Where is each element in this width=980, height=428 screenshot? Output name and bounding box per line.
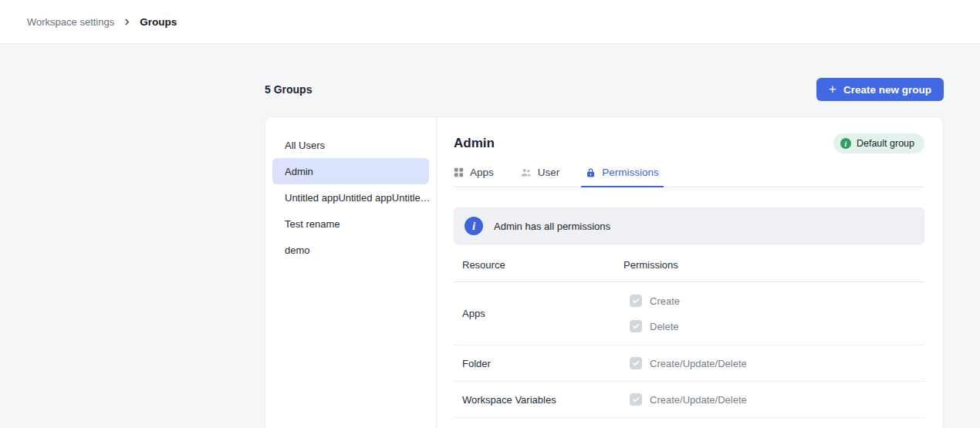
group-item-demo[interactable]: demo [272, 237, 429, 263]
table-row-folder: Folder Create/Update/Delete [454, 345, 924, 382]
group-detail-tabs: Apps User Permissions [454, 167, 924, 187]
top-header-bar: Workspace settings Groups [0, 0, 980, 44]
resource-name: Folder [462, 358, 623, 369]
table-row-workspace-variables: Workspace Variables Create/Update/Delete [454, 382, 924, 418]
apps-grid-icon [454, 167, 464, 177]
groups-sidebar-list: All Users Admin Untitled appUntitled app… [265, 117, 437, 428]
tab-permissions-label: Permissions [602, 167, 659, 178]
plus-icon: + [829, 83, 836, 96]
permissions-column-header: Permissions [623, 259, 924, 271]
permissions-table-header: Resource Permissions [454, 244, 924, 282]
checkbox-checked-disabled-icon[interactable] [630, 320, 642, 332]
group-item-test-rename[interactable]: Test rename [272, 211, 429, 237]
tab-user[interactable]: User [520, 167, 560, 187]
groups-card: All Users Admin Untitled appUntitled app… [265, 116, 944, 428]
info-icon: i [465, 217, 483, 235]
resource-column-header: Resource [462, 259, 623, 271]
breadcrumb-workspace-settings[interactable]: Workspace settings [27, 16, 114, 28]
group-item-untitled-app[interactable]: Untitled appUntitled appUntitle… [272, 184, 429, 211]
groups-page: 5 Groups + Create new group All Users Ad… [265, 78, 944, 428]
checkbox-checked-disabled-icon[interactable] [630, 357, 642, 369]
tab-apps-label: Apps [470, 167, 494, 178]
permissions-table: Resource Permissions Apps Create [454, 244, 924, 418]
default-group-badge: i Default group [833, 133, 924, 153]
group-item-admin[interactable]: Admin [272, 158, 429, 184]
permission-workspace-variables-cud-label: Create/Update/Delete [650, 394, 747, 406]
group-title: Admin [454, 136, 495, 151]
resource-name: Apps [462, 308, 623, 319]
checkbox-checked-disabled-icon[interactable] [630, 295, 642, 307]
permission-create: Create [630, 295, 924, 307]
group-item-all-users[interactable]: All Users [272, 132, 429, 158]
permission-delete-label: Delete [650, 321, 679, 332]
tab-permissions[interactable]: Permissions [586, 167, 659, 187]
tab-apps[interactable]: Apps [454, 167, 494, 187]
permissions-info-banner: i Admin has all permissions [454, 207, 924, 244]
create-new-group-label: Create new group [843, 84, 931, 96]
info-icon: i [840, 138, 851, 149]
permission-folder-cud: Create/Update/Delete [630, 357, 924, 369]
permission-folder-cud-label: Create/Update/Delete [650, 358, 747, 369]
group-detail-panel: Admin i Default group Apps User [437, 117, 943, 428]
lock-icon [586, 167, 596, 178]
breadcrumb-groups: Groups [140, 16, 177, 28]
create-new-group-button[interactable]: + Create new group [816, 78, 944, 101]
group-detail-header: Admin i Default group [454, 133, 924, 153]
groups-count-label: 5 Groups [265, 83, 312, 96]
chevron-right-icon [123, 18, 131, 26]
users-icon [520, 167, 532, 178]
resource-name: Workspace Variables [462, 394, 623, 406]
table-row-apps: Apps Create Delete [454, 282, 924, 345]
tab-user-label: User [538, 167, 560, 178]
checkbox-checked-disabled-icon[interactable] [630, 393, 642, 406]
permission-delete: Delete [630, 320, 924, 332]
permission-workspace-variables-cud: Create/Update/Delete [630, 393, 924, 406]
groups-toolbar: 5 Groups + Create new group [265, 78, 944, 101]
permission-create-label: Create [650, 295, 680, 307]
permissions-info-text: Admin has all permissions [494, 221, 610, 232]
default-group-badge-label: Default group [857, 138, 914, 149]
